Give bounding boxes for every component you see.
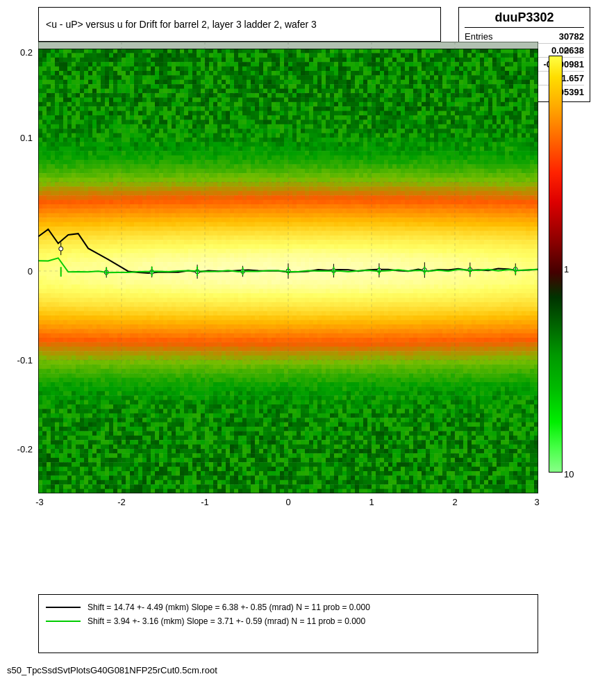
legend-line-black <box>46 607 81 608</box>
plot-title: <u - uP> versus u for Drift for barrel 2… <box>46 19 317 30</box>
y-label-n01: -0.1 <box>17 355 33 366</box>
color-bar-label-1: 1 <box>564 264 569 274</box>
color-bar-label-10: 10 <box>564 469 574 479</box>
x-label-0: 0 <box>285 497 290 507</box>
x-axis: -3 -2 -1 0 1 2 3 <box>38 497 538 518</box>
y-label-01: 0.1 <box>20 133 33 143</box>
title-box: <u - uP> versus u for Drift for barrel 2… <box>38 7 441 42</box>
y-label-n02: -0.2 <box>17 444 33 454</box>
main-container: <u - uP> versus u for Drift for barrel 2… <box>0 0 616 681</box>
x-label-1: 1 <box>369 497 374 507</box>
color-bar-container: 0 1 10 <box>549 49 576 493</box>
y-axis: 0.2 0.1 0 -0.1 -0.2 <box>3 49 38 493</box>
x-label-n2: -2 <box>117 497 126 507</box>
x-label-3: 3 <box>534 497 539 507</box>
legend-box: Shift = 14.74 +- 4.49 (mkm) Slope = 6.38… <box>38 594 538 653</box>
legend-row-green: Shift = 3.94 +- 3.16 (mkm) Slope = 3.71 … <box>46 616 531 626</box>
stats-label-entries: Entries <box>465 31 492 42</box>
legend-row-black: Shift = 14.74 +- 4.49 (mkm) Slope = 6.38… <box>46 602 531 612</box>
x-label-n3: -3 <box>35 497 44 507</box>
y-label-0: 0 <box>28 266 33 277</box>
y-label-02: 0.2 <box>20 47 33 58</box>
stats-value-entries: 30782 <box>559 31 584 42</box>
legend-text-black: Shift = 14.74 +- 4.49 (mkm) Slope = 6.38… <box>88 602 370 612</box>
histogram-canvas <box>38 49 538 493</box>
legend-line-green <box>46 621 81 622</box>
color-bar-label-0: 0 <box>564 45 569 56</box>
x-label-2: 2 <box>452 497 457 507</box>
x-label-n1: -1 <box>201 497 209 507</box>
footer-filename: s50_TpcSsdSvtPlotsG40G081NFP25rCut0.5cm.… <box>0 665 616 675</box>
stats-title: duuP3302 <box>465 10 584 28</box>
color-bar <box>549 56 563 473</box>
legend-text-green: Shift = 3.94 +- 3.16 (mkm) Slope = 3.71 … <box>88 616 365 626</box>
